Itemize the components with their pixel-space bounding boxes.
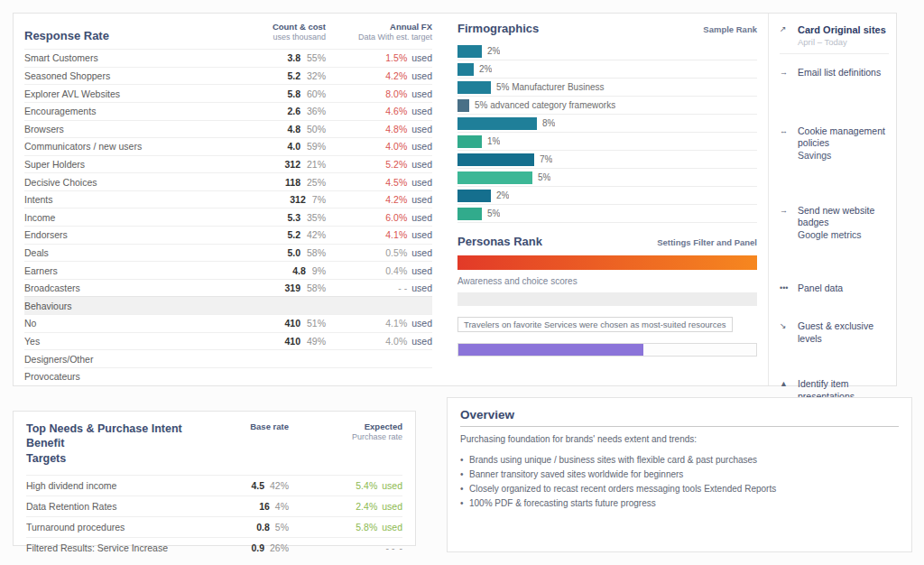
overview-bullet: Brands using unique / business sites wit… — [460, 455, 899, 465]
personas-gradient-bar — [457, 255, 757, 270]
table-row: Designers/Other — [24, 349, 432, 367]
sidebar-link-item[interactable]: ••• Panel data — [780, 282, 889, 295]
bar-label: 7% — [540, 154, 552, 164]
personas-settings-link[interactable]: Settings Filter and Panel — [657, 237, 757, 247]
table-row: Browsers 4.850% 4.8%used — [24, 120, 432, 138]
sidebar-link-item[interactable]: ↔ Cookie management policies Savings — [780, 125, 889, 162]
bar-label: 2% — [479, 64, 492, 74]
row-label: No — [24, 318, 243, 329]
table-row: Encouragements 2.636% 4.6%used — [24, 102, 432, 120]
bar — [457, 63, 474, 76]
row-annual-value: 4.0%used — [326, 141, 432, 152]
row-expected: 5.8%used — [289, 522, 402, 533]
needs-row: Filtered Results: Service Increase 0.926… — [26, 537, 402, 558]
needs-row: Turnaround procedures 0.85% 5.8%used — [26, 516, 402, 537]
bar — [457, 135, 482, 148]
column-header-expected: Expected Purchase rate — [289, 421, 402, 466]
bar-row: 5% — [457, 169, 757, 187]
row-annual-value — [326, 371, 432, 382]
row-count-cost: 5.860% — [243, 88, 326, 99]
table-row: Super Holders 31221% 5.2%used — [24, 155, 432, 173]
row-label: Data Retention Rates — [26, 501, 217, 512]
row-label: Provocateurs — [24, 371, 243, 382]
personas-title: Personas Rank — [457, 235, 542, 248]
bar — [457, 81, 491, 94]
row-count-cost: 41051% — [243, 318, 326, 329]
row-annual-value: 1.5%used — [326, 52, 432, 63]
sidebar-link-item[interactable]: → Email list definitions — [780, 67, 889, 79]
table-row: Income 5.335% 6.0%used — [24, 208, 432, 226]
sample-rank-link[interactable]: Sample Rank — [703, 24, 757, 34]
needs-title: Top Needs & Purchase Intent Benefit Targ… — [26, 421, 217, 466]
row-count-cost: 3.855% — [243, 52, 326, 63]
row-label: Smart Customers — [24, 52, 243, 63]
link-arrow-icon: ••• — [780, 282, 791, 295]
row-count-cost: 3127% — [243, 194, 326, 205]
needs-rows: High dividend income 4.542% 5.4%used Dat… — [26, 475, 402, 558]
link-text: Panel data — [798, 282, 843, 295]
bar — [457, 45, 482, 58]
response-rate-rows: Smart Customers 3.855% 1.5%used Seasoned… — [24, 49, 432, 384]
table-row: Provocateurs — [24, 367, 432, 385]
row-annual-value: 6.0%used — [326, 212, 432, 223]
bar-row: 2% — [457, 60, 757, 79]
top-panel: Response Rate Count & cost uses thousand… — [13, 13, 897, 386]
sidebar-link-item[interactable]: → Send new website badges Google metrics — [780, 205, 889, 242]
bar-label: 2% — [487, 46, 500, 56]
table-row: Endorsers 5.242% 4.1%used — [24, 226, 432, 244]
row-label: Earners — [24, 265, 243, 276]
overview-bullet-list: Brands using unique / business sites wit… — [460, 455, 899, 508]
row-annual-value: 4.2%used — [326, 70, 432, 81]
row-expected: 5.4%used — [289, 480, 402, 491]
row-count-cost: 11825% — [243, 177, 326, 188]
link-text: Email list definitions — [798, 67, 881, 79]
row-annual-value: 0.4%used — [326, 265, 432, 276]
row-count-cost: 4.059% — [243, 141, 326, 152]
row-annual-value: 5.2%used — [326, 159, 432, 170]
row-label: Behaviours — [24, 301, 243, 311]
row-annual-value — [326, 354, 432, 365]
row-base-rate: 0.926% — [217, 542, 289, 553]
row-annual-value: 0.5%used — [326, 247, 432, 258]
row-count-cost: 41049% — [243, 336, 326, 347]
firmographics-title: Firmographics — [457, 22, 539, 35]
row-count-cost — [243, 354, 326, 365]
firmographics-section: Firmographics Sample Rank 2% 2% 5% Manuf… — [445, 14, 768, 385]
row-annual-value: 4.5%used — [326, 177, 432, 188]
table-row: Yes 41049% 4.0%used — [24, 332, 432, 350]
sidebar-link-item[interactable]: ↘ Guest & exclusive levels — [780, 320, 889, 345]
link-arrow-icon: ↔ — [780, 125, 791, 162]
link-arrow-icon: ↘ — [780, 320, 791, 345]
table-row: Explorer AVL Websites 5.860% 8.0%used — [24, 84, 432, 102]
row-annual-value: 4.1%used — [326, 229, 432, 240]
column-header-count-cost: Count & cost uses thousand — [243, 22, 326, 42]
personas-progress-track — [457, 343, 757, 357]
table-row: Intents 3127% 4.2%used — [24, 190, 432, 208]
bar-label: 5% Manufacturer Business — [496, 82, 605, 92]
bar-label: 1% — [487, 136, 500, 146]
bar-label: 5% advanced category frameworks — [475, 100, 615, 110]
bar-row: 2% — [457, 42, 757, 60]
link-text: Card Original sites April – Today — [798, 23, 886, 48]
firmographics-bars: 2% 2% 5% Manufacturer Business 5% advanc… — [457, 42, 757, 223]
personas-section: Personas Rank Settings Filter and Panel … — [457, 235, 757, 357]
link-arrow-icon: → — [780, 67, 791, 79]
row-label: Encouragements — [24, 106, 243, 116]
row-label: Broadcasters — [24, 282, 243, 293]
bar — [457, 208, 482, 220]
column-header-base-rate: Base rate — [217, 421, 289, 466]
bar — [457, 99, 469, 112]
bar-row: 5% advanced category frameworks — [457, 97, 757, 115]
overview-title: Overview — [460, 408, 899, 427]
table-row: Earners 4.89% 0.4%used — [24, 261, 432, 279]
response-rate-header: Response Rate Count & cost uses thousand… — [24, 22, 432, 49]
sidebar-link-item[interactable]: ↗ Card Original sites April – Today — [780, 23, 889, 54]
table-row: Behaviours — [24, 296, 432, 314]
link-text: Send new website badges Google metrics — [798, 205, 889, 242]
row-count-cost: 5.058% — [243, 247, 326, 258]
link-text: Guest & exclusive levels — [798, 320, 889, 345]
row-count-cost — [243, 371, 326, 382]
bar — [457, 190, 491, 202]
row-count-cost: 2.636% — [243, 106, 326, 116]
row-annual-value — [326, 301, 432, 311]
